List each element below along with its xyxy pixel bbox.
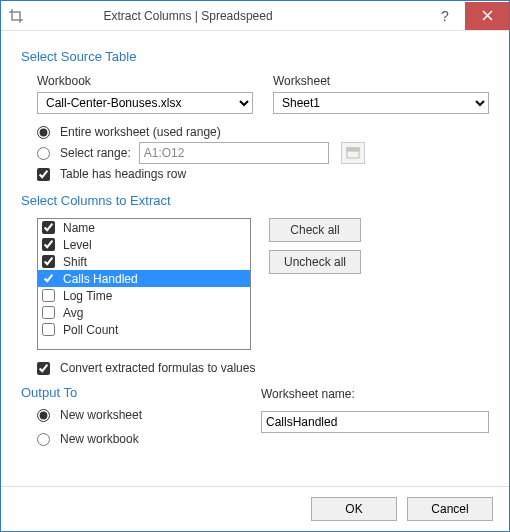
help-button[interactable]: ? bbox=[425, 2, 465, 30]
convert-formulas-checkbox-input[interactable] bbox=[37, 362, 50, 375]
column-item-label: Shift bbox=[63, 255, 87, 269]
entire-worksheet-radio[interactable]: Entire worksheet (used range) bbox=[37, 125, 489, 139]
column-item-checkbox[interactable] bbox=[42, 238, 55, 251]
entire-worksheet-label: Entire worksheet (used range) bbox=[60, 125, 221, 139]
new-worksheet-radio-input[interactable] bbox=[37, 409, 50, 422]
select-range-label: Select range: bbox=[60, 146, 131, 160]
new-worksheet-radio[interactable]: New worksheet bbox=[37, 408, 231, 422]
worksheet-name-label: Worksheet name: bbox=[261, 387, 489, 401]
close-button[interactable] bbox=[465, 2, 509, 30]
worksheet-label: Worksheet bbox=[273, 74, 489, 88]
range-input bbox=[139, 142, 329, 164]
column-item-label: Poll Count bbox=[63, 323, 118, 337]
columns-listbox[interactable]: NameLevelShiftCalls HandledLog TimeAvgPo… bbox=[37, 218, 251, 350]
titlebar: Extract Columns | Spreadspeed ? bbox=[1, 1, 509, 31]
window-title: Extract Columns | Spreadspeed bbox=[31, 9, 425, 23]
columns-heading: Select Columns to Extract bbox=[21, 193, 489, 208]
headings-label: Table has headings row bbox=[60, 167, 186, 181]
workbook-label: Workbook bbox=[37, 74, 253, 88]
check-all-button[interactable]: Check all bbox=[269, 218, 361, 242]
output-heading: Output To bbox=[21, 385, 231, 400]
dialog-footer: OK Cancel bbox=[1, 486, 509, 531]
column-item[interactable]: Avg bbox=[38, 304, 250, 321]
column-item-checkbox[interactable] bbox=[42, 323, 55, 336]
column-item[interactable]: Shift bbox=[38, 253, 250, 270]
column-item-checkbox[interactable] bbox=[42, 255, 55, 268]
svg-rect-1 bbox=[347, 148, 359, 151]
range-picker-button[interactable] bbox=[341, 142, 365, 164]
select-range-radio-input[interactable] bbox=[37, 147, 50, 160]
headings-checkbox[interactable]: Table has headings row bbox=[37, 167, 489, 181]
column-item[interactable]: Poll Count bbox=[38, 321, 250, 338]
convert-formulas-checkbox[interactable]: Convert extracted formulas to values bbox=[37, 361, 489, 375]
new-workbook-label: New workbook bbox=[60, 432, 139, 446]
cancel-button[interactable]: Cancel bbox=[407, 497, 493, 521]
uncheck-all-button[interactable]: Uncheck all bbox=[269, 250, 361, 274]
column-item-label: Name bbox=[63, 221, 95, 235]
column-item[interactable]: Level bbox=[38, 236, 250, 253]
column-item-label: Calls Handled bbox=[63, 272, 138, 286]
new-worksheet-label: New worksheet bbox=[60, 408, 142, 422]
app-icon bbox=[9, 9, 23, 23]
column-item[interactable]: Log Time bbox=[38, 287, 250, 304]
new-workbook-radio-input[interactable] bbox=[37, 433, 50, 446]
dialog-content: Select Source Table Workbook Call-Center… bbox=[1, 31, 509, 486]
ok-button[interactable]: OK bbox=[311, 497, 397, 521]
workbook-select[interactable]: Call-Center-Bonuses.xlsx bbox=[37, 92, 253, 114]
worksheet-name-input[interactable] bbox=[261, 411, 489, 433]
column-item-checkbox[interactable] bbox=[42, 221, 55, 234]
column-item-label: Avg bbox=[63, 306, 83, 320]
worksheet-select[interactable]: Sheet1 bbox=[273, 92, 489, 114]
select-range-radio[interactable]: Select range: bbox=[37, 142, 489, 164]
source-heading: Select Source Table bbox=[21, 49, 489, 64]
convert-formulas-label: Convert extracted formulas to values bbox=[60, 361, 255, 375]
column-item[interactable]: Calls Handled bbox=[38, 270, 250, 287]
column-item-checkbox[interactable] bbox=[42, 272, 55, 285]
new-workbook-radio[interactable]: New workbook bbox=[37, 432, 231, 446]
column-item-label: Level bbox=[63, 238, 92, 252]
column-item-checkbox[interactable] bbox=[42, 289, 55, 302]
column-item-label: Log Time bbox=[63, 289, 112, 303]
headings-checkbox-input[interactable] bbox=[37, 168, 50, 181]
column-item-checkbox[interactable] bbox=[42, 306, 55, 319]
column-item[interactable]: Name bbox=[38, 219, 250, 236]
entire-worksheet-radio-input[interactable] bbox=[37, 126, 50, 139]
